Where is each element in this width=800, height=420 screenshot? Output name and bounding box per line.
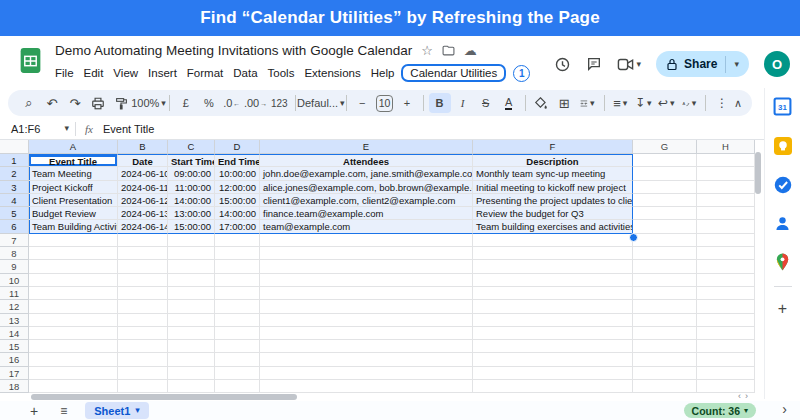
cell-B2[interactable]: 2024-06-10: [118, 167, 168, 180]
cell-F5[interactable]: Review the budget for Q3: [473, 207, 633, 220]
count-summary-pill[interactable]: Count: 36 ▾: [684, 403, 756, 418]
cell-G3[interactable]: [633, 181, 697, 194]
cell-E11[interactable]: [260, 287, 473, 300]
row-header-18[interactable]: 18: [0, 380, 29, 393]
explore-chevron-icon[interactable]: ›: [782, 401, 787, 417]
decrease-font-size-button[interactable]: −: [351, 93, 373, 113]
share-button[interactable]: Share ▾: [656, 51, 749, 77]
cell-D9[interactable]: [215, 260, 260, 273]
cell-B6[interactable]: 2024-06-14: [118, 220, 168, 233]
undo-button[interactable]: ↶: [41, 93, 63, 113]
cell-C7[interactable]: [168, 234, 215, 247]
menu-insert[interactable]: Insert: [143, 65, 182, 81]
cell-D12[interactable]: [215, 300, 260, 313]
row-header-14[interactable]: 14: [0, 327, 29, 340]
cell-A15[interactable]: [29, 340, 118, 353]
cell-E15[interactable]: [260, 340, 473, 353]
menu-tools[interactable]: Tools: [263, 65, 300, 81]
cell-E17[interactable]: [260, 367, 473, 380]
cell-F2[interactable]: Monthly team sync-up meeting: [473, 167, 633, 180]
cell-H6[interactable]: [697, 220, 755, 233]
cell-E18[interactable]: [260, 380, 473, 393]
cell-A2[interactable]: Team Meeting: [29, 167, 118, 180]
cell-E1[interactable]: Attendees: [260, 154, 473, 167]
cell-A3[interactable]: Project Kickoff: [29, 181, 118, 194]
cell-D11[interactable]: [215, 287, 260, 300]
row-header-9[interactable]: 9: [0, 260, 29, 273]
cell-H15[interactable]: [697, 340, 755, 353]
cell-D13[interactable]: [215, 314, 260, 327]
cell-G13[interactable]: [633, 314, 697, 327]
cell-C15[interactable]: [168, 340, 215, 353]
redo-button[interactable]: ↷: [64, 93, 86, 113]
column-header-E[interactable]: E: [260, 140, 473, 154]
column-header-A[interactable]: A: [29, 140, 118, 154]
cell-A9[interactable]: [29, 260, 118, 273]
cell-E10[interactable]: [260, 274, 473, 287]
comment-icon[interactable]: [586, 56, 602, 72]
cell-H7[interactable]: [697, 234, 755, 247]
tasks-icon[interactable]: [774, 176, 792, 194]
name-box[interactable]: A1:F6 ▾: [0, 123, 69, 135]
cell-B18[interactable]: [118, 380, 168, 393]
cell-G8[interactable]: [633, 247, 697, 260]
cell-B15[interactable]: [118, 340, 168, 353]
cell-A5[interactable]: Budget Review: [29, 207, 118, 220]
row-header-16[interactable]: 16: [0, 353, 29, 366]
cell-B14[interactable]: [118, 327, 168, 340]
row-header-4[interactable]: 4: [0, 194, 29, 207]
cell-C16[interactable]: [168, 353, 215, 366]
cell-G5[interactable]: [633, 207, 697, 220]
cell-F18[interactable]: [473, 380, 633, 393]
column-header-C[interactable]: C: [168, 140, 215, 154]
cell-F12[interactable]: [473, 300, 633, 313]
sheet-tab-sheet1[interactable]: Sheet1 ▾: [85, 402, 149, 419]
font-size-input[interactable]: 10: [376, 95, 393, 112]
number-format-button[interactable]: 123: [268, 93, 290, 113]
cell-A14[interactable]: [29, 327, 118, 340]
cell-C12[interactable]: [168, 300, 215, 313]
cell-B12[interactable]: [118, 300, 168, 313]
cell-B16[interactable]: [118, 353, 168, 366]
cell-B8[interactable]: [118, 247, 168, 260]
menu-file[interactable]: File: [50, 65, 79, 81]
cell-E12[interactable]: [260, 300, 473, 313]
currency-format-button[interactable]: £: [175, 93, 197, 113]
italic-button[interactable]: I: [452, 93, 474, 113]
cell-B7[interactable]: [118, 234, 168, 247]
cell-D17[interactable]: [215, 367, 260, 380]
cell-A13[interactable]: [29, 314, 118, 327]
cell-F14[interactable]: [473, 327, 633, 340]
cell-G4[interactable]: [633, 194, 697, 207]
row-header-15[interactable]: 15: [0, 340, 29, 353]
text-wrap-button[interactable]: ↩ ▾: [655, 93, 677, 113]
cell-H16[interactable]: [697, 353, 755, 366]
cell-D3[interactable]: 12:00:00: [215, 181, 260, 194]
column-header-D[interactable]: D: [215, 140, 260, 154]
maps-icon[interactable]: [775, 253, 790, 271]
cell-D6[interactable]: 17:00:00: [215, 220, 260, 233]
row-header-2[interactable]: 2: [0, 167, 29, 180]
print-button[interactable]: [87, 93, 109, 113]
cell-A17[interactable]: [29, 367, 118, 380]
column-header-H[interactable]: H: [697, 140, 755, 154]
row-header-1[interactable]: 1: [0, 154, 29, 167]
camera-caret-icon[interactable]: ▾: [637, 60, 642, 69]
cell-F10[interactable]: [473, 274, 633, 287]
cell-F15[interactable]: [473, 340, 633, 353]
horizontal-scrollbar[interactable]: ‹›: [0, 393, 756, 401]
cloud-status-icon[interactable]: ☁: [464, 44, 477, 57]
cell-G17[interactable]: [633, 367, 697, 380]
cell-D8[interactable]: [215, 247, 260, 260]
percent-format-button[interactable]: %: [198, 93, 220, 113]
merge-cells-button[interactable]: ▾: [576, 93, 598, 113]
cell-E3[interactable]: alice.jones@example.com, bob.brown@examp…: [260, 181, 473, 194]
cell-E7[interactable]: [260, 234, 473, 247]
cell-C9[interactable]: [168, 260, 215, 273]
cell-C14[interactable]: [168, 327, 215, 340]
grid-corner[interactable]: [0, 140, 29, 154]
cell-G9[interactable]: [633, 260, 697, 273]
sheet-tab-caret-icon[interactable]: ▾: [135, 406, 140, 415]
cell-E16[interactable]: [260, 353, 473, 366]
increase-font-size-button[interactable]: +: [396, 93, 418, 113]
